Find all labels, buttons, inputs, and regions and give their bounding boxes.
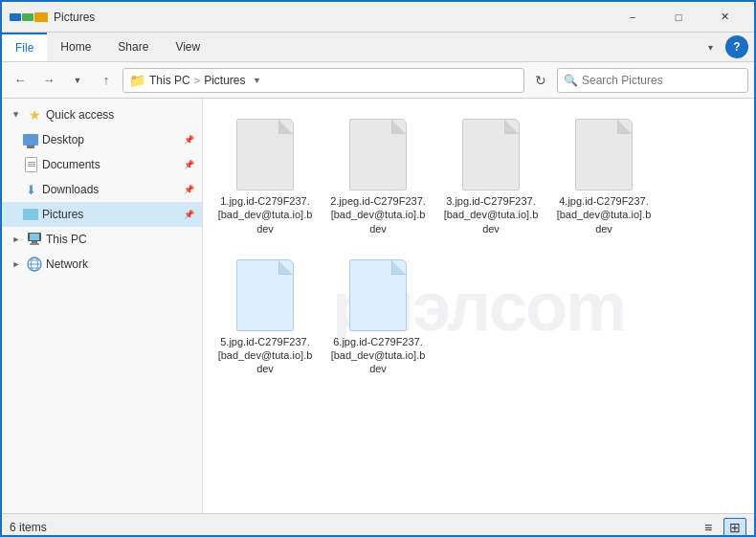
sidebar-quick-access[interactable]: ► ★ Quick access bbox=[2, 102, 202, 127]
file-item[interactable]: 5.jpg.id-C279F237.[bad_dev@tuta.io].bdev bbox=[212, 249, 318, 382]
this-pc-icon bbox=[27, 232, 42, 247]
desktop-icon bbox=[23, 132, 38, 147]
file-icon-paper bbox=[349, 259, 407, 331]
sidebar-item-downloads[interactable]: ⬇ Downloads 📌 bbox=[2, 177, 202, 202]
sidebar-desktop-label: Desktop bbox=[42, 133, 179, 146]
file-icon bbox=[345, 255, 411, 331]
refresh-button[interactable]: ↻ bbox=[528, 68, 553, 93]
path-pictures[interactable]: Pictures bbox=[204, 74, 245, 87]
tab-view[interactable]: View bbox=[162, 33, 213, 61]
file-icon bbox=[232, 114, 299, 190]
this-pc-expand-icon: ► bbox=[10, 233, 23, 246]
pin-icon-pictures: 📌 bbox=[183, 209, 194, 220]
forward-button[interactable]: → bbox=[36, 68, 61, 93]
status-bar: 6 items ≡ ⊞ bbox=[2, 513, 754, 537]
search-input[interactable] bbox=[582, 74, 742, 87]
network-icon bbox=[27, 257, 42, 272]
file-icon-paper bbox=[462, 119, 520, 190]
sidebar-this-pc-label: This PC bbox=[46, 233, 194, 246]
back-button[interactable]: ← bbox=[8, 68, 33, 93]
address-bar: ← → ▼ ↑ 📁 This PC > Pictures ▼ ↻ 🔍 bbox=[2, 62, 754, 99]
svg-rect-3 bbox=[30, 243, 39, 245]
ribbon-tabs: File Home Share View ▾ ? bbox=[2, 33, 754, 61]
file-name: 4.jpg.id-C279F237.[bad_dev@tuta.io].bdev bbox=[555, 194, 653, 235]
sidebar-item-documents[interactable]: Documents 📌 bbox=[2, 152, 202, 177]
sidebar-item-this-pc[interactable]: ► This PC bbox=[2, 227, 202, 252]
title-bar: Pictures − □ ✕ bbox=[2, 2, 754, 33]
sidebar: ► ★ Quick access Desktop 📌 Documents 📌 ⬇… bbox=[2, 99, 203, 513]
window-controls: − □ ✕ bbox=[611, 2, 746, 33]
window-icon bbox=[10, 12, 48, 22]
search-box[interactable]: 🔍 bbox=[557, 68, 748, 93]
path-this-pc[interactable]: This PC bbox=[149, 74, 190, 87]
sidebar-pictures-label: Pictures bbox=[42, 208, 179, 221]
file-item[interactable]: 4.jpg.id-C279F237.[bad_dev@tuta.io].bdev bbox=[551, 108, 656, 241]
sidebar-network-label: Network bbox=[46, 257, 194, 271]
main-layout: ► ★ Quick access Desktop 📌 Documents 📌 ⬇… bbox=[2, 99, 754, 513]
svg-rect-2 bbox=[32, 241, 37, 243]
ribbon-collapse-button[interactable]: ▾ bbox=[699, 35, 722, 58]
file-icon-paper bbox=[349, 119, 407, 190]
window-title: Pictures bbox=[54, 11, 611, 24]
list-view-button[interactable]: ≡ bbox=[697, 518, 720, 537]
close-button[interactable]: ✕ bbox=[702, 2, 746, 33]
content-area: риэлcom 1.jpg.id-C279F237.[bad_dev@tuta.… bbox=[203, 99, 754, 513]
file-name: 2.jpeg.id-C279F237.[bad_dev@tuta.io].bde… bbox=[329, 194, 427, 235]
path-dropdown-button[interactable]: ▼ bbox=[249, 71, 264, 90]
ribbon: File Home Share View ▾ ? bbox=[2, 33, 754, 62]
file-grid: 1.jpg.id-C279F237.[bad_dev@tuta.io].bdev… bbox=[212, 108, 745, 382]
pin-icon-desktop: 📌 bbox=[183, 134, 194, 145]
search-icon: 🔍 bbox=[564, 74, 578, 87]
sidebar-item-pictures[interactable]: Pictures 📌 bbox=[2, 202, 202, 227]
pin-icon-documents: 📌 bbox=[183, 159, 194, 170]
tab-share[interactable]: Share bbox=[104, 33, 162, 61]
path-folder-icon: 📁 bbox=[129, 73, 145, 88]
view-controls: ≡ ⊞ bbox=[697, 518, 746, 537]
file-name: 6.jpg.id-C279F237.[bad_dev@tuta.io].bdev bbox=[329, 335, 427, 376]
item-count: 6 items bbox=[10, 521, 47, 534]
documents-icon bbox=[23, 157, 38, 172]
file-icon bbox=[570, 114, 637, 190]
ribbon-right: ▾ ? bbox=[699, 35, 754, 58]
up-button[interactable]: ↑ bbox=[94, 68, 119, 93]
minimize-button[interactable]: − bbox=[611, 2, 655, 33]
file-item[interactable]: 1.jpg.id-C279F237.[bad_dev@tuta.io].bdev bbox=[212, 108, 318, 241]
file-item[interactable]: 3.jpg.id-C279F237.[bad_dev@tuta.io].bdev bbox=[438, 108, 544, 241]
pin-icon-downloads: 📌 bbox=[183, 184, 194, 195]
file-icon bbox=[345, 114, 411, 190]
downloads-icon: ⬇ bbox=[23, 182, 38, 197]
file-icon-paper bbox=[236, 259, 294, 331]
file-icon-paper bbox=[236, 119, 294, 190]
file-name: 5.jpg.id-C279F237.[bad_dev@tuta.io].bdev bbox=[216, 335, 314, 376]
quick-access-expand-icon: ► bbox=[10, 108, 23, 122]
sidebar-item-network[interactable]: ► Network bbox=[2, 252, 202, 277]
file-name: 1.jpg.id-C279F237.[bad_dev@tuta.io].bdev bbox=[216, 194, 314, 235]
file-name: 3.jpg.id-C279F237.[bad_dev@tuta.io].bdev bbox=[442, 194, 540, 235]
recent-locations-button[interactable]: ▼ bbox=[65, 68, 90, 93]
file-item[interactable]: 2.jpeg.id-C279F237.[bad_dev@tuta.io].bde… bbox=[325, 108, 431, 241]
large-icons-view-button[interactable]: ⊞ bbox=[723, 518, 746, 537]
file-icon bbox=[232, 255, 299, 331]
sidebar-item-desktop[interactable]: Desktop 📌 bbox=[2, 127, 202, 152]
file-item[interactable]: 6.jpg.id-C279F237.[bad_dev@tuta.io].bdev bbox=[325, 249, 431, 382]
quick-access-star-icon: ★ bbox=[27, 107, 42, 123]
file-icon-paper bbox=[575, 119, 633, 190]
quick-access-label: Quick access bbox=[46, 108, 194, 122]
help-button[interactable]: ? bbox=[725, 35, 748, 58]
sidebar-documents-label: Documents bbox=[42, 158, 179, 171]
path-sep-1: > bbox=[194, 75, 200, 86]
sidebar-downloads-label: Downloads bbox=[42, 183, 179, 196]
tab-file[interactable]: File bbox=[2, 33, 47, 61]
file-icon bbox=[457, 114, 524, 190]
tab-home[interactable]: Home bbox=[47, 33, 104, 61]
svg-rect-1 bbox=[30, 234, 39, 240]
network-expand-icon: ► bbox=[10, 257, 23, 271]
address-path[interactable]: 📁 This PC > Pictures ▼ bbox=[122, 68, 524, 93]
maximize-button[interactable]: □ bbox=[656, 2, 700, 33]
pictures-icon bbox=[23, 207, 38, 222]
